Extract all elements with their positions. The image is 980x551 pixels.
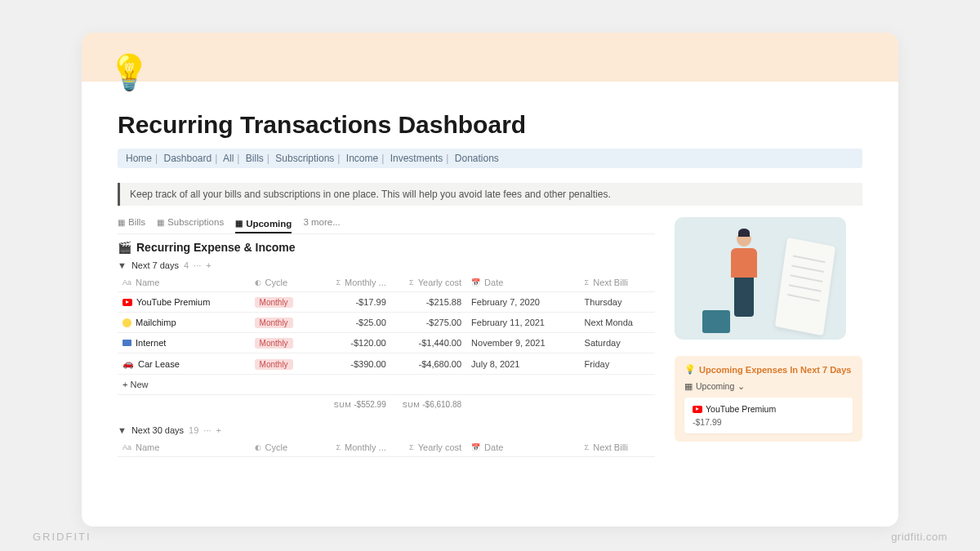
cycle-tag: Monthly — [255, 338, 293, 349]
breadcrumb-investments[interactable]: Investments — [390, 153, 443, 164]
col-monthly[interactable]: ΣMonthly ... — [315, 273, 390, 292]
cycle-tag: Monthly — [255, 318, 293, 328]
new-row-button[interactable]: + New — [118, 375, 655, 395]
expense-table-30: AaName ◐Cycle ΣMonthly ... ΣYearly cost … — [118, 438, 655, 457]
expense-table: AaName ◐Cycle ΣMonthly ... ΣYearly cost … — [118, 273, 655, 414]
formula-icon: Σ — [585, 278, 590, 287]
col-date[interactable]: 📅Date — [466, 438, 580, 457]
cycle-tag: Monthly — [255, 359, 293, 370]
formula-icon: Σ — [336, 443, 341, 451]
breadcrumb-subscriptions[interactable]: Subscriptions — [275, 153, 334, 164]
internet-icon — [122, 340, 131, 346]
main-column: ▦Bills ▦Subscriptions ▦Upcoming 3 more..… — [118, 217, 655, 457]
col-next[interactable]: ΣNext Billi — [580, 273, 655, 292]
add-row-icon[interactable]: + — [216, 425, 221, 435]
page-icon: 💡 — [108, 52, 150, 92]
toggle-icon[interactable]: ▼ — [118, 425, 127, 435]
table-icon: ▦ — [684, 381, 693, 391]
table-row[interactable]: Internet Monthly -$120.00 -$1,440.00 Nov… — [118, 333, 655, 353]
breadcrumb-donations[interactable]: Donations — [455, 153, 499, 164]
col-date[interactable]: 📅Date — [466, 273, 580, 292]
section-title: 🎬 Recurring Expense & Income — [118, 241, 655, 254]
header-band: 💡 — [82, 33, 898, 82]
bulb-icon: 💡 — [684, 364, 696, 375]
breadcrumb-home[interactable]: Home — [126, 153, 152, 164]
formula-icon: Σ — [409, 278, 414, 287]
toggle-icon[interactable]: ▼ — [118, 260, 127, 270]
col-cycle[interactable]: ◐Cycle — [250, 438, 316, 457]
youtube-icon — [693, 406, 702, 413]
group-menu-icon[interactable]: ··· — [203, 425, 211, 435]
table-row[interactable]: 🚗Car Lease Monthly -$390.00 -$4,680.00 J… — [118, 353, 655, 375]
breadcrumb: Home| Dashboard| All| Bills| Subscriptio… — [118, 149, 862, 168]
group-next-30-days[interactable]: ▼ Next 30 days 19 ··· + — [118, 425, 655, 435]
table-row[interactable]: Mailchimp Monthly -$25.00 -$275.00 Febru… — [118, 313, 655, 333]
group-next-7-days[interactable]: ▼ Next 7 days 4 ··· + — [118, 260, 655, 270]
description-callout: Keep track of all your bills and subscri… — [118, 183, 862, 206]
calendar-icon: 📅 — [471, 278, 480, 287]
formula-icon: Σ — [336, 278, 341, 287]
page-title: Recurring Transactions Dashboard — [118, 111, 862, 139]
page-footer: GRIDFITI gridfiti.com — [33, 531, 947, 543]
sum-row: SUM-$552.99 SUM-$6,610.88 — [118, 395, 655, 415]
breadcrumb-all[interactable]: All — [223, 153, 234, 164]
col-name[interactable]: AaName — [118, 273, 250, 292]
col-name[interactable]: AaName — [118, 438, 250, 457]
car-icon: 🚗 — [122, 358, 134, 369]
breadcrumb-dashboard[interactable]: Dashboard — [163, 153, 212, 164]
add-row-icon[interactable]: + — [206, 260, 211, 270]
upcoming-item[interactable]: YouTube Premium -$17.99 — [684, 398, 853, 433]
upcoming-expenses-card: 💡 Upcoming Expenses In Next 7 Days ▦ Upc… — [675, 356, 862, 442]
select-icon: ◐ — [255, 278, 261, 287]
tab-more[interactable]: 3 more... — [303, 217, 340, 230]
cycle-tag: Monthly — [255, 297, 293, 308]
text-icon: Aa — [122, 443, 131, 451]
section-icon: 🎬 — [118, 241, 131, 254]
col-yearly[interactable]: ΣYearly cost — [391, 273, 466, 292]
group-menu-icon[interactable]: ··· — [194, 260, 201, 270]
tab-subscriptions[interactable]: ▦Subscriptions — [157, 217, 224, 230]
youtube-icon — [122, 299, 132, 306]
brand-url: gridfiti.com — [891, 531, 947, 543]
formula-icon: Σ — [585, 443, 590, 451]
sidebar-column: 💡 Upcoming Expenses In Next 7 Days ▦ Upc… — [675, 217, 862, 457]
table-icon: ▦ — [157, 218, 164, 227]
breadcrumb-income[interactable]: Income — [346, 153, 378, 164]
illustration — [675, 217, 846, 340]
col-monthly[interactable]: ΣMonthly ... — [315, 438, 390, 457]
chevron-down-icon: ⌄ — [737, 381, 745, 391]
table-icon: ▦ — [118, 218, 125, 227]
view-tabs: ▦Bills ▦Subscriptions ▦Upcoming 3 more..… — [118, 217, 655, 234]
page-content: Recurring Transactions Dashboard Home| D… — [82, 82, 898, 457]
text-icon: Aa — [122, 278, 131, 287]
col-yearly[interactable]: ΣYearly cost — [391, 438, 466, 457]
breadcrumb-bills[interactable]: Bills — [246, 153, 264, 164]
col-next[interactable]: ΣNext Billi — [580, 438, 655, 457]
table-row[interactable]: YouTube Premium Monthly -$17.99 -$215.88… — [118, 292, 655, 313]
col-cycle[interactable]: ◐Cycle — [250, 273, 316, 292]
brand-name: GRIDFITI — [33, 531, 91, 543]
select-icon: ◐ — [255, 443, 261, 451]
upcoming-view-selector[interactable]: ▦ Upcoming ⌄ — [684, 381, 853, 391]
mailchimp-icon — [122, 318, 131, 327]
tab-bills[interactable]: ▦Bills — [118, 217, 145, 230]
table-icon: ▦ — [235, 219, 243, 228]
app-window: 💡 Recurring Transactions Dashboard Home|… — [82, 33, 898, 527]
formula-icon: Σ — [409, 443, 414, 451]
tab-upcoming[interactable]: ▦Upcoming — [235, 219, 292, 233]
calendar-icon: 📅 — [471, 443, 480, 451]
